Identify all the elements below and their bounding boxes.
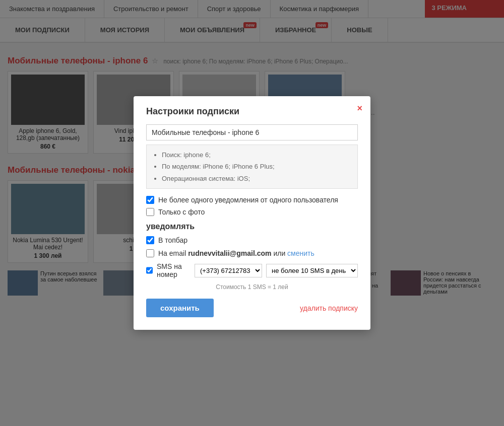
checkbox-email-label: На email rudnevvitalii@gmail.com или сме… [158, 249, 314, 257]
sms-cost-label: Стоимость 1 SMS = 1 лей [146, 283, 358, 291]
modal-close-button[interactable]: × [357, 103, 362, 114]
checkbox-one-notification[interactable] [146, 196, 154, 204]
notify-email-row: На email rudnevvitalii@gmail.com или сме… [146, 249, 358, 257]
modal-overlay: Настроики подписки × Поиск: iphone 6; По… [0, 0, 504, 306]
change-email-link[interactable]: сменить [287, 249, 314, 257]
filter-item-2: Операционная система: iOS; [162, 173, 351, 184]
modal-title: Настроики подписки [146, 106, 358, 117]
checkbox-sms-label: SMS на номер [157, 262, 191, 278]
delete-subscription-button[interactable]: удалить подписку [300, 304, 358, 306]
sms-number-select[interactable]: (+373) 67212783 [195, 264, 262, 277]
checkbox-photo-only-row: Только с фото [146, 208, 358, 216]
checkbox-one-notification-label: Не более одного уведомления от одного по… [158, 196, 338, 204]
notify-topbar-row: В топбар [146, 236, 358, 244]
checkbox-topbar[interactable] [146, 236, 154, 244]
checkbox-sms[interactable] [146, 266, 153, 274]
filter-item-1: По моделям: iPhone 6; iPhone 6 Plus; [162, 161, 351, 172]
sms-frequency-select[interactable]: не более 10 SMS в день не более 5 SMS в … [266, 264, 358, 277]
notify-section-label: уведомлять [146, 222, 358, 231]
checkbox-topbar-label: В топбар [158, 236, 187, 244]
checkbox-email[interactable] [146, 249, 154, 257]
save-button[interactable]: сохранить [146, 299, 214, 306]
checkbox-photo-only[interactable] [146, 208, 154, 216]
modal-footer: сохранить удалить подписку [146, 299, 358, 306]
notify-sms-row: SMS на номер (+373) 67212783 не более 10… [146, 262, 358, 278]
filter-item-0: Поиск: iphone 6; [162, 149, 351, 161]
checkbox-one-notification-row: Не более одного уведомления от одного по… [146, 196, 358, 204]
filter-summary-box: Поиск: iphone 6; По моделям: iPhone 6; i… [146, 145, 358, 189]
checkbox-photo-only-label: Только с фото [158, 208, 205, 216]
subscription-name-input[interactable] [146, 124, 358, 140]
email-address: rudnevvitalii@gmail.com [188, 249, 271, 257]
subscription-settings-modal: Настроики подписки × Поиск: iphone 6; По… [134, 96, 370, 306]
